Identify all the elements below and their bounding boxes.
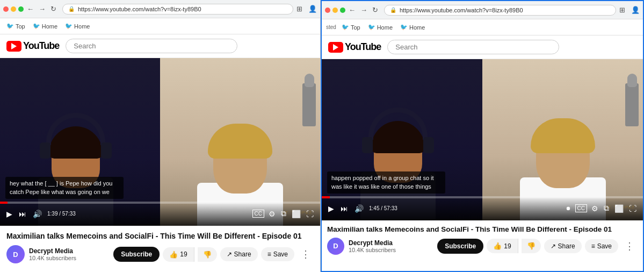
twitter-home-link-left-1[interactable]: 🐦 Home [31,22,60,31]
left-save-button[interactable]: ≡ Save [261,247,294,261]
right-maximize-dot[interactable] [340,8,345,13]
right-subtitle-text: happen popped off in a group chat so it … [331,175,434,189]
forward-button[interactable]: → [39,5,47,13]
left-play-button[interactable]: ▶ [5,209,13,219]
left-video-split: ST. TROPEZ [0,58,320,226]
right-dislike-button[interactable]: 👎 [522,239,541,253]
right-miniplayer-button[interactable]: ⧉ [603,203,610,214]
close-dot[interactable] [3,6,9,12]
right-save-icon: ≡ [591,242,595,250]
left-channel-name[interactable]: Decrypt Media [29,247,109,255]
right-twitter-icon-2: 🐦 [368,24,375,31]
left-next-button[interactable]: ⏭ [18,209,27,219]
right-extensions-icon[interactable]: ⊞ [619,6,628,15]
left-progress-bar-container[interactable] [0,202,320,204]
right-profile-icon[interactable]: 👤 [631,6,640,15]
right-video-info: Maximilian talks Memecoins and SocialFi … [322,220,643,257]
left-time-display: 1:39 / 57:33 [47,211,76,217]
right-next-button[interactable]: ⏭ [339,203,349,214]
extensions-icon[interactable]: ⊞ [296,5,305,13]
right-yt-logo[interactable]: YouTube [328,41,381,53]
right-theater-button[interactable]: ⬜ [613,203,625,214]
right-url: https://www.youtube.com/watch?v=8izx-ty8… [400,7,523,13]
right-reload-button[interactable]: ↻ [372,6,381,15]
right-settings-button[interactable]: ⚙ [590,203,599,214]
left-cc-button[interactable]: CC [252,210,264,218]
left-video-container[interactable]: ST. TROPEZ hey what the [ __ ] is Pepe h… [0,58,320,226]
right-close-dot[interactable] [325,8,330,13]
left-like-count: 19 [180,250,187,258]
left-settings-button[interactable]: ⚙ [267,209,277,219]
right-browser-window: ← → ↻ 🔒 https://www.youtube.com/watch?v=… [321,0,644,272]
right-yt-content: ST. TROPEZ happen popped off in a group … [322,59,643,271]
left-share-button[interactable]: ↗ Share [220,247,258,261]
right-channel-name[interactable]: Decrypt Media [349,239,433,247]
minimize-dot[interactable] [11,6,16,12]
left-yt-content: ST. TROPEZ hey what the [ __ ] is Pepe h… [0,58,320,272]
left-miniplayer-button[interactable]: ⧉ [280,208,287,219]
right-play-button[interactable]: ▶ [327,203,335,214]
left-share-icon: ↗ [227,250,232,258]
left-share-label: Share [234,250,251,258]
right-headphone-ear-r [423,137,434,153]
maximize-dot[interactable] [18,6,24,12]
right-twitter-home-link-1[interactable]: 🐦 Home [366,23,395,32]
left-fullscreen-button[interactable]: ⛶ [305,209,315,219]
profile-icon[interactable]: 👤 [308,5,317,13]
left-channel-avatar[interactable]: D [6,245,25,263]
right-record-button[interactable]: ⏺ [565,204,572,212]
left-video-right-half: ST. TROPEZ [160,58,320,226]
right-search-input[interactable] [387,40,559,54]
reload-button[interactable]: ↻ [50,5,59,13]
right-back-button[interactable]: ← [349,6,357,15]
left-theater-button[interactable]: ⬜ [291,209,302,219]
mic-stand-right [302,83,316,126]
left-channel-actions: Subscribe 👍 19 👎 ↗ Share ≡ Save [113,247,314,262]
left-video-controls[interactable]: ▶ ⏭ 🔊 1:39 / 57:33 CC ⚙ ⧉ ⬜ ⛶ [0,202,320,226]
right-subscribe-button[interactable]: Subscribe [437,239,483,254]
right-more-button[interactable]: ⋮ [621,239,638,253]
right-save-button[interactable]: ≡ Save [585,239,618,253]
left-yt-logo[interactable]: YouTube [6,40,59,52]
left-more-button[interactable]: ⋮ [298,247,314,261]
right-address-bar[interactable]: 🔒 https://www.youtube.com/watch?v=8izx-t… [384,5,616,16]
right-like-button[interactable]: 👍 19 [487,239,518,253]
right-like-icon: 👍 [493,242,502,250]
right-channel-avatar[interactable]: D [327,238,344,255]
left-volume-button[interactable]: 🔊 [32,209,43,219]
left-like-icon: 👍 [169,250,178,259]
right-progress-fill [322,196,330,198]
right-video-container[interactable]: ST. TROPEZ happen popped off in a group … [322,59,643,220]
left-search-input[interactable] [66,39,237,53]
yt-logo-text: YouTube [23,40,59,52]
right-fullscreen-button[interactable]: ⛶ [628,203,638,214]
left-dislike-button[interactable]: 👎 [198,247,217,262]
left-address-bar[interactable]: 🔒 https://www.youtube.com/watch?v=8izx-t… [62,4,293,15]
left-browser-toolbar: ← → ↻ 🔒 https://www.youtube.com/watch?v=… [0,0,320,18]
back-button[interactable]: ← [27,5,35,13]
right-headphone-ear-l [362,137,373,153]
right-top-link-label: Top [351,24,360,31]
left-like-button[interactable]: 👍 19 [163,247,194,262]
right-cc-button[interactable]: CC [575,204,587,212]
right-forward-button[interactable]: → [360,6,369,15]
right-yt-logo-icon [328,42,343,53]
headphones-arc [46,113,105,145]
right-home-link-label-1: Home [377,24,393,31]
home-link-label-1: Home [42,23,57,30]
right-twitter-home-link-2[interactable]: 🐦 Home [398,23,427,32]
right-progress-bar-container[interactable] [322,196,643,198]
right-share-label: Share [558,242,575,250]
twitter-top-link-left[interactable]: 🐦 Top [4,22,27,31]
right-twitter-top-link[interactable]: 🐦 Top [339,23,363,32]
right-save-label: Save [597,242,612,250]
right-share-button[interactable]: ↗ Share [544,239,582,253]
left-channel-info: Decrypt Media 10.4K subscribers [29,247,109,261]
right-video-controls[interactable]: ▶ ⏭ 🔊 1:45 / 57:33 ⏺ CC ⚙ ⧉ ⬜ ⛶ [322,196,643,220]
right-volume-button[interactable]: 🔊 [353,203,365,214]
left-channel-row: D Decrypt Media 10.4K subscribers Subscr… [6,245,314,263]
twitter-home-link-left-2[interactable]: 🐦 Home [63,22,92,31]
left-subscribe-button[interactable]: Subscribe [113,247,160,262]
right-minimize-dot[interactable] [332,8,338,13]
left-yt-header: YouTube [0,34,320,58]
